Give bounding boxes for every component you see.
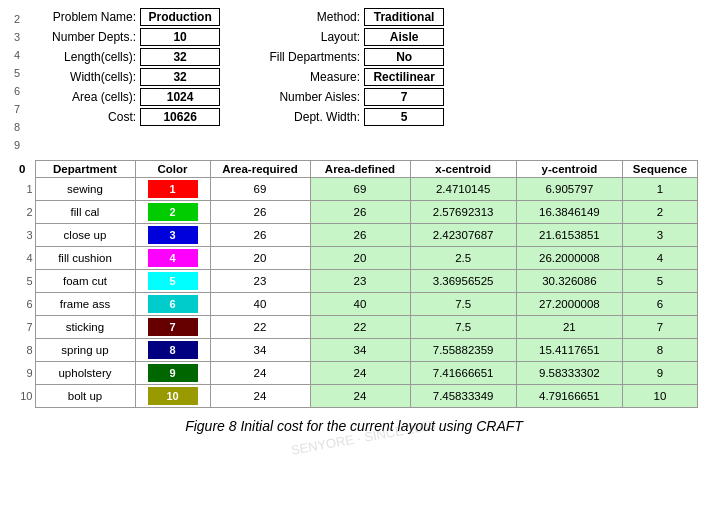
- number-depts-label: Number Depts.:: [26, 30, 136, 44]
- layout-label: Layout:: [250, 30, 360, 44]
- table-row-number: 3: [10, 224, 35, 247]
- table-cell-area-required: 34: [210, 339, 310, 362]
- table-cell-color: 2: [135, 201, 210, 224]
- col-header-area-required: Area-required: [210, 161, 310, 178]
- table-row-number: 1: [10, 178, 35, 201]
- table-cell-area-defined: 69: [310, 178, 410, 201]
- measure-value: Rectilinear: [364, 68, 444, 86]
- table-cell-department: frame ass: [35, 293, 135, 316]
- problem-name-label: Problem Name:: [26, 10, 136, 24]
- area-value: 1024: [140, 88, 220, 106]
- table-row: 4fill cushion420202.526.20000084: [10, 247, 698, 270]
- table-cell-area-required: 26: [210, 201, 310, 224]
- table-cell-y-centroid: 9.58333302: [516, 362, 622, 385]
- col-header-x-centroid: x-centroid: [410, 161, 516, 178]
- table-cell-sequence: 2: [623, 201, 698, 224]
- row-num-3: 3: [14, 28, 24, 46]
- table-cell-color: 1: [135, 178, 210, 201]
- area-label: Area (cells):: [26, 90, 136, 104]
- method-label: Method:: [250, 10, 360, 24]
- length-value: 32: [140, 48, 220, 66]
- page-container: 2 3 4 5 6 7 8 9 Problem Name: Production…: [0, 0, 708, 442]
- dept-width-row: Dept. Width: 5: [250, 108, 444, 126]
- table-cell-x-centroid: 2.57692313: [410, 201, 516, 224]
- table-cell-color: 6: [135, 293, 210, 316]
- table-wrapper: SENYORE · SINCE 2006 0 Department Color …: [10, 160, 698, 408]
- table-cell-area-defined: 26: [310, 224, 410, 247]
- table-cell-department: upholstery: [35, 362, 135, 385]
- cost-label: Cost:: [26, 110, 136, 124]
- number-aisles-value: 7: [364, 88, 444, 106]
- table-row-number: 9: [10, 362, 35, 385]
- width-label: Width(cells):: [26, 70, 136, 84]
- dept-width-label: Dept. Width:: [250, 110, 360, 124]
- right-info-block: Method: Traditional Layout: Aisle Fill D…: [250, 8, 444, 126]
- table-cell-department: close up: [35, 224, 135, 247]
- table-cell-area-defined: 22: [310, 316, 410, 339]
- table-cell-y-centroid: 21: [516, 316, 622, 339]
- area-row: Area (cells): 1024: [26, 88, 220, 106]
- table-cell-color: 5: [135, 270, 210, 293]
- width-value: 32: [140, 68, 220, 86]
- table-cell-sequence: 5: [623, 270, 698, 293]
- table-cell-department: fill cal: [35, 201, 135, 224]
- table-cell-color: 8: [135, 339, 210, 362]
- table-cell-sequence: 9: [623, 362, 698, 385]
- table-cell-department: bolt up: [35, 385, 135, 408]
- col-header-area-defined: Area-defined: [310, 161, 410, 178]
- table-cell-department: foam cut: [35, 270, 135, 293]
- measure-label: Measure:: [250, 70, 360, 84]
- table-row: 9upholstery924247.416666519.583333029: [10, 362, 698, 385]
- table-cell-y-centroid: 4.79166651: [516, 385, 622, 408]
- row-num-header: 0: [10, 161, 35, 178]
- table-cell-area-defined: 40: [310, 293, 410, 316]
- table-cell-sequence: 1: [623, 178, 698, 201]
- table-cell-area-defined: 20: [310, 247, 410, 270]
- table-row: 8spring up834347.5588235915.41176518: [10, 339, 698, 362]
- table-row-number: 5: [10, 270, 35, 293]
- table-cell-color: 4: [135, 247, 210, 270]
- dept-width-value: 5: [364, 108, 444, 126]
- width-row: Width(cells): 32: [26, 68, 220, 86]
- cost-value: 10626: [140, 108, 220, 126]
- problem-name-value: Production: [140, 8, 220, 26]
- table-row-number: 6: [10, 293, 35, 316]
- table-row: 1sewing169692.47101456.9057971: [10, 178, 698, 201]
- col-header-color: Color: [135, 161, 210, 178]
- table-cell-department: sticking: [35, 316, 135, 339]
- table-cell-color: 9: [135, 362, 210, 385]
- table-row: 3close up326262.4230768721.61538513: [10, 224, 698, 247]
- col-header-department: Department: [35, 161, 135, 178]
- table-header-row: 0 Department Color Area-required Area-de…: [10, 161, 698, 178]
- row-num-2: 2: [14, 10, 24, 28]
- table-cell-y-centroid: 27.2000008: [516, 293, 622, 316]
- table-cell-area-required: 22: [210, 316, 310, 339]
- table-cell-sequence: 3: [623, 224, 698, 247]
- table-cell-x-centroid: 7.45833349: [410, 385, 516, 408]
- col-header-sequence: Sequence: [623, 161, 698, 178]
- row-num-7: 7: [14, 100, 24, 118]
- table-cell-sequence: 6: [623, 293, 698, 316]
- table-cell-area-required: 23: [210, 270, 310, 293]
- data-table: 0 Department Color Area-required Area-de…: [10, 160, 698, 408]
- table-cell-y-centroid: 26.2000008: [516, 247, 622, 270]
- table-cell-area-required: 24: [210, 385, 310, 408]
- table-cell-department: fill cushion: [35, 247, 135, 270]
- table-row: 10bolt up1024247.458333494.7916665110: [10, 385, 698, 408]
- table-cell-x-centroid: 7.5: [410, 316, 516, 339]
- table-cell-area-defined: 34: [310, 339, 410, 362]
- number-aisles-row: Number Aisles: 7: [250, 88, 444, 106]
- row-num-9: 9: [14, 136, 24, 154]
- table-row: 2fill cal226262.5769231316.38461492: [10, 201, 698, 224]
- length-label: Length(cells):: [26, 50, 136, 64]
- method-value: Traditional: [364, 8, 444, 26]
- table-cell-y-centroid: 21.6153851: [516, 224, 622, 247]
- table-row-number: 7: [10, 316, 35, 339]
- layout-value: Aisle: [364, 28, 444, 46]
- table-cell-x-centroid: 7.5: [410, 293, 516, 316]
- table-row-number: 8: [10, 339, 35, 362]
- row-num-5: 5: [14, 64, 24, 82]
- table-cell-x-centroid: 2.4710145: [410, 178, 516, 201]
- table-cell-area-defined: 24: [310, 362, 410, 385]
- method-row: Method: Traditional: [250, 8, 444, 26]
